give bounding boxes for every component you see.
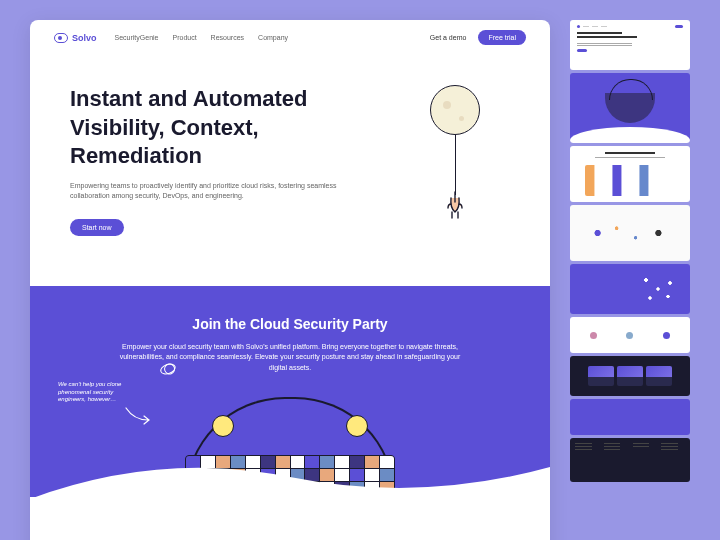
hero-content: Instant and Automated Visibility, Contex… — [70, 85, 350, 236]
preview-title — [577, 32, 622, 34]
party-title: Join the Cloud Security Party — [60, 316, 520, 332]
wave-divider — [30, 497, 550, 540]
hero-section: Instant and Automated Visibility, Contex… — [30, 55, 550, 286]
preview-footer-col — [575, 443, 599, 477]
get-demo-link[interactable]: Get a demo — [430, 34, 467, 41]
top-nav: Solvo SecurityGenie Product Resources Co… — [30, 20, 550, 55]
brand-name: Solvo — [72, 33, 97, 43]
preview-testimonials — [570, 317, 690, 353]
preview-diagram — [570, 205, 690, 261]
preview-cta-section — [570, 399, 690, 435]
full-page-preview — [570, 20, 690, 482]
preview-card — [588, 366, 614, 386]
preview-blog — [570, 356, 690, 396]
preview-footer-col — [661, 443, 685, 477]
hand-icon — [442, 190, 468, 220]
nav-right: Get a demo Free trial — [430, 30, 526, 45]
preview-navlink — [583, 26, 589, 27]
preview-graph-icon — [585, 165, 675, 196]
preview-button — [675, 25, 683, 28]
preview-party — [570, 73, 690, 143]
avatar-icon — [626, 332, 633, 339]
cloud-icon — [54, 33, 68, 43]
hero-subtitle: Empowering teams to proactively identify… — [70, 181, 350, 202]
moon-icon — [430, 85, 480, 135]
start-now-button[interactable]: Start now — [70, 219, 124, 236]
preview-logo-icon — [577, 25, 580, 28]
preview-card — [646, 366, 672, 386]
nav-link-company[interactable]: Company — [258, 34, 288, 41]
preview-navlink — [601, 26, 607, 27]
free-trial-button[interactable]: Free trial — [478, 30, 526, 45]
preview-footer — [570, 438, 690, 482]
preview-card — [617, 366, 643, 386]
avatar-icon — [590, 332, 597, 339]
hero-illustration — [370, 85, 510, 236]
annotation-left: We can't help you clone phenomenal secur… — [58, 381, 138, 404]
preview-title — [577, 36, 637, 38]
preview-nav — [577, 25, 683, 28]
preview-hero — [570, 20, 690, 70]
avatar-icon — [663, 332, 670, 339]
preview-navlink — [592, 26, 598, 27]
preview-footer-col — [633, 443, 657, 477]
preview-text — [577, 43, 632, 44]
preview-ufo-icon — [605, 93, 655, 123]
party-section: Join the Cloud Security Party Empower yo… — [30, 286, 550, 540]
rope-icon — [455, 135, 456, 195]
preview-analytics — [570, 146, 690, 202]
nav-link-securitygenie[interactable]: SecurityGenie — [115, 34, 159, 41]
nav-link-resources[interactable]: Resources — [211, 34, 244, 41]
preview-text — [577, 45, 632, 46]
hero-title-line2: Visibility, Context, Remediation — [70, 114, 350, 171]
main-landing-page: Solvo SecurityGenie Product Resources Co… — [30, 20, 550, 540]
hero-title-line1: Instant and Automated — [70, 85, 350, 114]
nav-links: SecurityGenie Product Resources Company — [115, 34, 412, 41]
preview-heading — [605, 152, 655, 154]
preview-text — [595, 157, 665, 158]
preview-network — [570, 264, 690, 314]
hero-title: Instant and Automated Visibility, Contex… — [70, 85, 350, 171]
logo[interactable]: Solvo — [54, 33, 97, 43]
preview-cta — [577, 49, 587, 52]
nav-link-product[interactable]: Product — [172, 34, 196, 41]
preview-footer-col — [604, 443, 628, 477]
